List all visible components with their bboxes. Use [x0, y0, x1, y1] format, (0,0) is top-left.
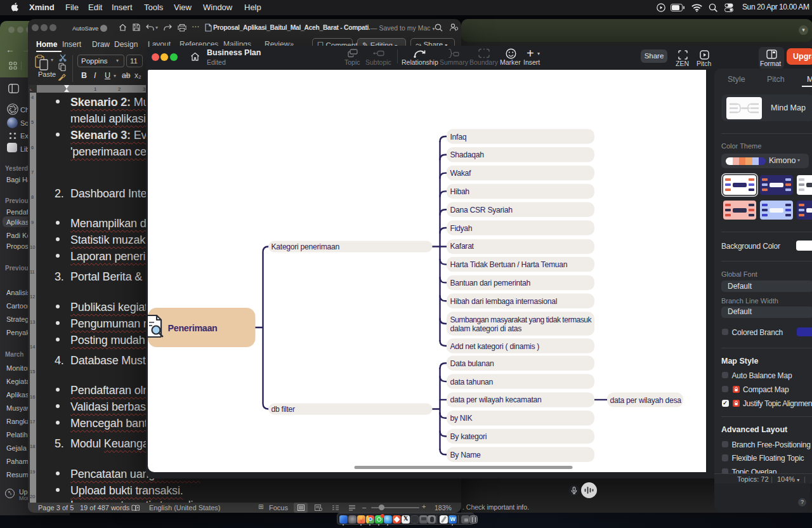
svg-text:Bantuan dari pemerintah: Bantuan dari pemerintah [450, 279, 531, 287]
svg-text:Wakaf: Wakaf [450, 169, 472, 178]
svg-text:Shadaqah: Shadaqah [450, 150, 484, 159]
svg-text:Infaq: Infaq [450, 133, 467, 142]
svg-text:Sumbangan masyarakat yang tida: Sumbangan masyarakat yang tidak termasuk [450, 315, 593, 324]
svg-text:db filter: db filter [272, 405, 296, 414]
svg-text:Add net kategori ( dinamis ): Add net kategori ( dinamis ) [450, 342, 540, 351]
svg-text:data per wilayah desa: data per wilayah desa [610, 396, 682, 405]
svg-text:By Name: By Name [450, 451, 481, 459]
svg-text:data per wilayah kecamatan: data per wilayah kecamatan [450, 395, 542, 404]
svg-text:Dana CSR Syariah: Dana CSR Syariah [450, 206, 513, 214]
svg-text:Kategori penerimaan: Kategori penerimaan [272, 242, 339, 251]
svg-text:Harta Tidak Bertuan / Harta Te: Harta Tidak Bertuan / Harta Temuan [450, 260, 568, 269]
svg-text:dalam kategori di atas: dalam kategori di atas [450, 324, 522, 333]
svg-text:By kategori: By kategori [450, 432, 487, 441]
svg-text:by NIK: by NIK [450, 414, 473, 423]
svg-text:data tahunan: data tahunan [450, 378, 494, 386]
svg-text:Penerimaan: Penerimaan [168, 323, 218, 333]
svg-text:Hibah: Hibah [450, 187, 469, 196]
svg-text:Data bulanan: Data bulanan [450, 359, 494, 368]
svg-text:Kafarat: Kafarat [450, 242, 475, 251]
svg-text:Hibah dari lembaga internasion: Hibah dari lembaga internasional [450, 297, 558, 306]
svg-text:Fidyah: Fidyah [450, 224, 473, 233]
